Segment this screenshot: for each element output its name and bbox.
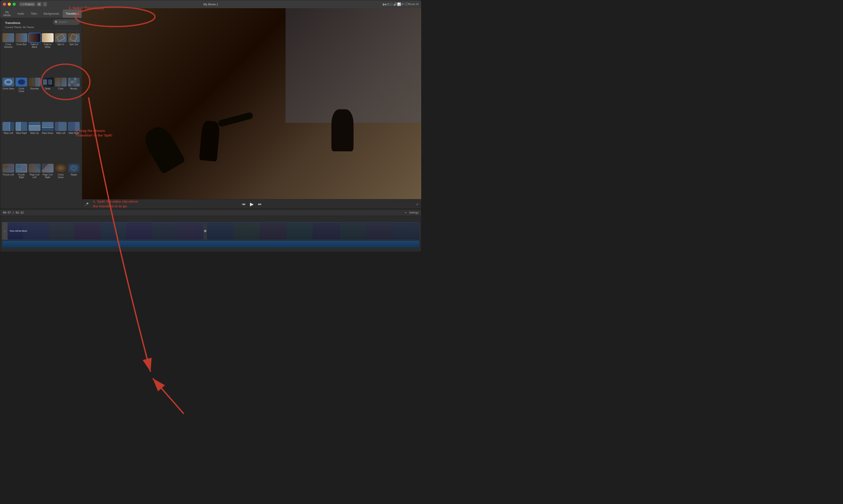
transition-wipe-down[interactable]: Wipe Down bbox=[42, 122, 54, 162]
transition-spin-in[interactable]: Spin In bbox=[55, 33, 67, 76]
mosaic-cell bbox=[71, 84, 74, 87]
clip-segment-1[interactable]: There Will Be Blood bbox=[7, 222, 204, 240]
fullscreen-button[interactable]: ⤢ bbox=[416, 202, 419, 206]
transition-cross-dissolve[interactable]: Cross Dissolve bbox=[2, 33, 14, 76]
slide-right-thumb bbox=[68, 122, 80, 131]
transition-wipe-left[interactable]: Wipe Left bbox=[2, 122, 14, 162]
circle-open-thumb bbox=[2, 78, 14, 87]
play-icon: ▶ bbox=[250, 201, 254, 207]
transition-mosaic[interactable]: Mosaic bbox=[68, 78, 80, 121]
app-content: My Media Audio Titles Backgrounds Transi… bbox=[0, 8, 421, 252]
video-preview bbox=[82, 8, 421, 199]
color-icon[interactable]: ◑ bbox=[382, 2, 385, 6]
tab-audio[interactable]: Audio bbox=[14, 10, 27, 18]
transition-puzzle-right[interactable]: Puzzle Right bbox=[16, 164, 27, 207]
panel-title: Transitions bbox=[2, 19, 37, 25]
audio-waveform bbox=[2, 241, 420, 247]
maximize-button[interactable] bbox=[13, 3, 16, 6]
transition-doorway[interactable]: Doorway bbox=[29, 78, 40, 121]
transition-wipe-right[interactable]: Wipe Right bbox=[16, 122, 27, 162]
prev-button[interactable]: ⏮ bbox=[242, 202, 246, 206]
mosaic-cell bbox=[77, 80, 80, 84]
theme-label: Current Theme: No Theme bbox=[2, 25, 37, 30]
settings-button[interactable]: Settings bbox=[409, 211, 419, 214]
transition-puzzle-left[interactable]: Puzzle Left bbox=[2, 164, 14, 207]
timeline-toolbar: 00:57 / 02:32 🔺 Settings bbox=[0, 209, 421, 216]
fade-white-label: Fade to White bbox=[42, 43, 54, 49]
share-icon[interactable]: ↑ bbox=[404, 2, 405, 6]
info-icon[interactable]: ⓘ bbox=[405, 2, 408, 6]
close-button[interactable] bbox=[3, 3, 6, 6]
right-panel: 🎤 ⏮ ▶ ⏭ ⤢ bbox=[82, 8, 421, 209]
play-button[interactable]: ▶ bbox=[250, 201, 254, 207]
spin-in-thumb bbox=[55, 33, 67, 42]
transition-ripple[interactable]: Ripple bbox=[68, 164, 80, 207]
cross-blur-thumb bbox=[16, 33, 27, 42]
minimize-button[interactable] bbox=[8, 3, 11, 6]
transition-cross-blur[interactable]: Cross Blur bbox=[16, 33, 27, 76]
transition-fade-white[interactable]: Fade to White bbox=[42, 33, 54, 76]
wipe-left-thumb bbox=[2, 122, 14, 131]
mosaic-grid bbox=[68, 78, 80, 87]
page-curl-right-thumb bbox=[42, 164, 54, 173]
doorway-label: Doorway bbox=[30, 87, 39, 90]
split-marker bbox=[204, 222, 207, 240]
cross-zoom-label: Cross Zoom bbox=[55, 174, 67, 179]
mosaic-cell bbox=[71, 80, 74, 84]
wipe-down-thumb bbox=[42, 122, 54, 131]
reset-all-button[interactable]: Reset All bbox=[408, 3, 419, 6]
microphone-button[interactable]: 🎤 bbox=[85, 202, 89, 206]
transition-circle-close[interactable]: Circle Close bbox=[16, 78, 27, 121]
spin-out-thumb bbox=[68, 33, 80, 42]
transition-slide-left[interactable]: Slide Left bbox=[55, 122, 67, 162]
wipe-right-thumb bbox=[16, 122, 27, 131]
transition-fade-black[interactable]: Fade to Black bbox=[29, 33, 40, 76]
crop-icon[interactable]: ⊡ bbox=[387, 2, 390, 6]
transition-circle-open[interactable]: Circle Open bbox=[2, 78, 14, 121]
transition-slide-right[interactable]: Slide Right bbox=[68, 122, 80, 162]
tab-transitions[interactable]: Transitions bbox=[63, 10, 82, 18]
color2-icon[interactable]: ◈ bbox=[385, 2, 387, 6]
transition-swap[interactable]: Swap bbox=[42, 78, 54, 121]
cross-zoom-thumb bbox=[55, 164, 67, 173]
main-window: ‹ < Projects ⊞ ↓ My Movie 1 ◑ ◈ ⊡ 🎥 🔊 📊 … bbox=[0, 0, 421, 252]
ripple-label: Ripple bbox=[71, 174, 77, 176]
left-panel: My Media Audio Titles Backgrounds Transi… bbox=[0, 8, 82, 209]
clip-segment-2[interactable] bbox=[207, 222, 420, 240]
camera-icon[interactable]: 🎥 bbox=[390, 2, 393, 6]
timeline-volume-icon: 🔺 bbox=[404, 211, 407, 214]
page-curl-left-thumb bbox=[29, 164, 40, 173]
next-button[interactable]: ⏭ bbox=[258, 202, 262, 206]
tab-titles[interactable]: Titles bbox=[28, 10, 40, 18]
transition-spin-out[interactable]: Spin Out bbox=[68, 33, 80, 76]
timecode: 00:57 / 02:32 bbox=[3, 211, 24, 214]
track-clips: There Will Be Blood bbox=[7, 222, 420, 240]
projects-back-button[interactable]: ‹ < Projects bbox=[19, 2, 35, 6]
tab-backgrounds[interactable]: Backgrounds bbox=[40, 10, 62, 18]
video-scene bbox=[82, 8, 421, 199]
download-button[interactable]: ↓ bbox=[43, 2, 47, 6]
transition-cube[interactable]: Cube bbox=[55, 78, 67, 121]
timeline-content: ◁ There Will Be Blood bbox=[0, 216, 421, 252]
playback-controls: 🎤 ⏮ ▶ ⏭ ⤢ bbox=[82, 199, 421, 209]
cube-label: Cube bbox=[58, 87, 63, 90]
transition-cross-zoom[interactable]: Cross Zoom bbox=[55, 164, 67, 207]
layout-button[interactable]: ⊞ bbox=[37, 2, 41, 6]
transition-page-curl-right[interactable]: Page Curl Right bbox=[42, 164, 54, 207]
tab-bar: My Media Audio Titles Backgrounds Transi… bbox=[0, 8, 82, 18]
search-icon: 🔍 bbox=[55, 21, 58, 24]
tab-my-media[interactable]: My Media bbox=[0, 10, 14, 18]
transition-page-curl-left[interactable]: Page Curl Left bbox=[29, 164, 40, 207]
doorway-thumb bbox=[29, 78, 40, 87]
chart-icon[interactable]: 📊 bbox=[397, 2, 401, 6]
loop-icon[interactable]: ↺ bbox=[401, 2, 404, 6]
audio-icon[interactable]: 🔊 bbox=[393, 2, 397, 6]
transition-wipe-up[interactable]: Wipe Up bbox=[29, 122, 40, 162]
split-diamond-icon bbox=[204, 230, 207, 233]
wipe-left-label: Wipe Left bbox=[3, 132, 13, 134]
video-track[interactable]: ◁ There Will Be Blood bbox=[2, 222, 420, 240]
mosaic-thumb bbox=[68, 78, 80, 87]
circle-close-label: Circle Close bbox=[16, 87, 27, 93]
next-icon: ⏭ bbox=[258, 202, 262, 206]
wipe-right-label: Wipe Right bbox=[16, 132, 27, 134]
